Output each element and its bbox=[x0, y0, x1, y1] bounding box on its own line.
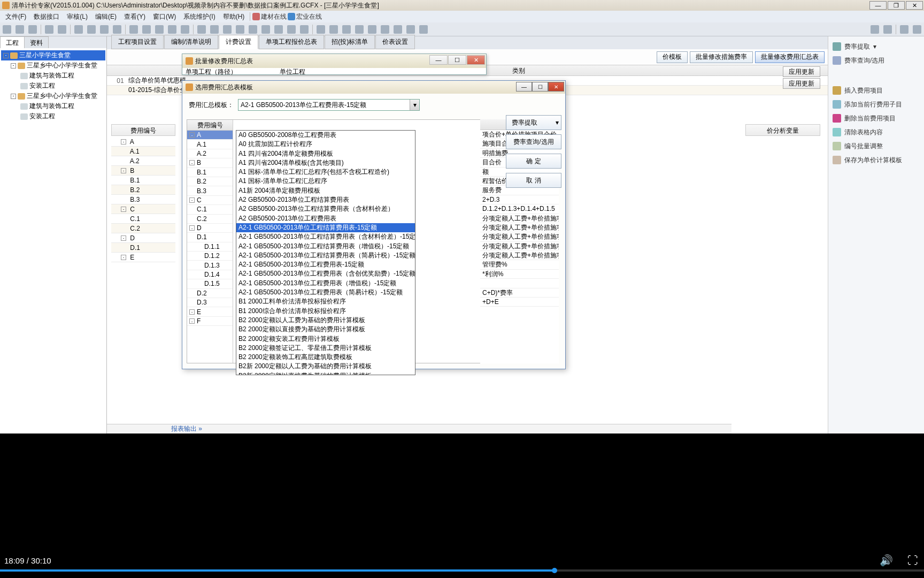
modal-maximize[interactable] bbox=[448, 55, 466, 65]
menu-view[interactable]: 查看(Y) bbox=[121, 11, 149, 22]
bg-fee-row[interactable]: A.2 bbox=[111, 156, 175, 166]
tree-node[interactable]: 建筑与装饰工程 bbox=[1, 71, 105, 81]
volume-icon[interactable]: 🔊 bbox=[880, 554, 892, 566]
tool-g[interactable] bbox=[209, 24, 220, 35]
btn-batch-fee-summary[interactable]: 批量修改费用汇总表 bbox=[755, 51, 825, 63]
rate-extract-button[interactable]: 费率提取 bbox=[506, 115, 561, 130]
bg-fee-row[interactable]: - D bbox=[111, 233, 175, 243]
fee-row[interactable]: -B bbox=[187, 158, 233, 168]
left-tab-project[interactable]: 工程 bbox=[0, 36, 25, 48]
tool-n[interactable] bbox=[298, 24, 310, 35]
bg-fee-row[interactable]: B.3 bbox=[111, 195, 175, 204]
fee-row[interactable]: B.3 bbox=[187, 186, 233, 195]
tool-save[interactable] bbox=[27, 24, 38, 35]
tool-k[interactable] bbox=[260, 24, 272, 35]
dropdown-item[interactable]: B2 2000定额装饰工程高层建筑取费模板 bbox=[236, 353, 415, 362]
tool-m[interactable] bbox=[286, 24, 297, 35]
action-clear-table[interactable]: 清除表格内容 bbox=[830, 125, 922, 139]
dropdown-item[interactable]: B2新 2000定额以人工费为基础的费用计算模板 bbox=[236, 362, 415, 371]
fee-row[interactable]: C.2 bbox=[187, 215, 233, 224]
dropdown-item[interactable]: B2 2000定额签证记工、零星借工费用计算模板 bbox=[236, 344, 415, 353]
dropdown-item[interactable]: B2 2000定额安装工程费用计算模板 bbox=[236, 334, 415, 344]
dropdown-item[interactable]: B1 2000工料单价法清单投标报价程序 bbox=[236, 297, 415, 306]
btn-batch-measure-rate[interactable]: 批量修改措施费率 bbox=[690, 51, 753, 63]
dropdown-item[interactable]: A1 四川省2004清单定额费用模板 bbox=[236, 149, 415, 158]
minimize-button[interactable]: — bbox=[869, 1, 887, 10]
modal-close[interactable]: ✕ bbox=[548, 82, 564, 92]
tool-paste[interactable] bbox=[98, 24, 110, 35]
tool-r3[interactable] bbox=[898, 24, 910, 35]
tree-node[interactable]: -三星乡中心小学学生食堂 bbox=[1, 60, 105, 71]
tree-node[interactable]: 安装工程 bbox=[1, 81, 105, 91]
action-add-sub[interactable]: 添加当前行费用子目 bbox=[830, 97, 922, 111]
tool-new[interactable] bbox=[1, 24, 13, 35]
close-button[interactable]: ✕ bbox=[906, 1, 923, 10]
tool-o6[interactable] bbox=[379, 24, 391, 35]
dropdown-item[interactable]: A2-1 GB50500-2013单位工程结算费用表（增值税）-15定额 bbox=[236, 242, 415, 251]
tab-price-settings[interactable]: 价表设置 bbox=[375, 35, 415, 49]
fee-row[interactable]: D.2 bbox=[187, 289, 233, 298]
action-insert-fee[interactable]: 插入费用项目 bbox=[830, 83, 922, 97]
tab-project-settings[interactable]: 工程项目设置 bbox=[111, 35, 164, 49]
menu-data[interactable]: 数据接口 bbox=[30, 11, 63, 22]
cancel-button[interactable]: 取 消 bbox=[506, 173, 561, 188]
tree-node[interactable]: 建筑与装饰工程 bbox=[1, 101, 105, 111]
tool-b[interactable] bbox=[141, 24, 152, 35]
chevron-down-icon[interactable]: ▾ bbox=[410, 100, 419, 110]
tab-list-desc[interactable]: 编制/清单说明 bbox=[164, 35, 218, 49]
dropdown-item[interactable]: A2-1 GB50500-2013单位工程结算费用表-15定额 bbox=[236, 223, 415, 232]
fee-row[interactable]: B.1 bbox=[187, 168, 233, 177]
tool-e[interactable] bbox=[179, 24, 191, 35]
restore-button[interactable]: ❐ bbox=[888, 1, 905, 10]
dropdown-item[interactable]: B2 2000定额以直接费为基础的费用计算模板 bbox=[236, 325, 415, 334]
bg-fee-row[interactable]: - C bbox=[111, 204, 175, 214]
tool-i[interactable] bbox=[234, 24, 246, 35]
tool-r1[interactable] bbox=[869, 24, 881, 35]
fee-row[interactable]: D.1 bbox=[187, 233, 233, 242]
dropdown-item[interactable]: A1 国标-清单单位工程汇总程序(包括不含税工程造价) bbox=[236, 168, 415, 177]
fee-row[interactable]: -D bbox=[187, 224, 233, 233]
tab-unit-quote[interactable]: 单项工程报价总表 bbox=[259, 35, 324, 49]
tool-r4[interactable] bbox=[911, 24, 923, 35]
menu-file[interactable]: 文件(F) bbox=[2, 11, 29, 22]
action-save-template[interactable]: 保存为单价计算模板 bbox=[830, 153, 922, 167]
bg-fee-row[interactable]: C.2 bbox=[111, 224, 175, 233]
tool-o8[interactable] bbox=[405, 24, 417, 35]
bg-fee-row[interactable]: - B bbox=[111, 166, 175, 176]
action-rate-extract[interactable]: 费率提取 ▾ bbox=[830, 40, 922, 54]
dropdown-item[interactable]: A2 GB50500-2013单位工程结算费用表（含材料价差） bbox=[236, 204, 415, 214]
apply-update-1[interactable]: 应用更新 bbox=[783, 66, 820, 77]
menu-window[interactable]: 窗口(W) bbox=[150, 11, 179, 22]
bg-fee-row[interactable]: B.2 bbox=[111, 185, 175, 195]
tree-node[interactable]: -三星乡中心小学学生食堂 bbox=[1, 91, 105, 101]
fee-row[interactable]: B.2 bbox=[187, 177, 233, 186]
tool-redo[interactable] bbox=[56, 24, 68, 35]
fee-row[interactable]: C.1 bbox=[187, 205, 233, 214]
rate-query-button[interactable]: 费率查询/选用 bbox=[506, 134, 561, 149]
fee-row[interactable]: -A bbox=[187, 131, 233, 140]
menu-audit[interactable]: 审核(L) bbox=[64, 11, 91, 22]
tool-undo[interactable] bbox=[43, 24, 55, 35]
dropdown-item[interactable]: A0 抗震加固工程计价程序 bbox=[236, 140, 415, 149]
ok-button[interactable]: 确 定 bbox=[506, 154, 561, 169]
tool-h[interactable] bbox=[221, 24, 233, 35]
menu-hongye-online[interactable]: 宏业在线 bbox=[288, 12, 322, 21]
dropdown-item[interactable]: A2-1 GB50500-2013单位工程费用表（简易计税）-15定额 bbox=[236, 288, 415, 297]
bg-fee-row[interactable]: - E bbox=[111, 253, 175, 262]
tool-print[interactable] bbox=[111, 24, 123, 35]
fee-row[interactable]: D.1.5 bbox=[187, 279, 233, 288]
dropdown-item[interactable]: B2 2000定额以人工费为基础的费用计算模板 bbox=[236, 316, 415, 325]
fee-row[interactable]: -F bbox=[187, 317, 233, 326]
tool-o4[interactable] bbox=[353, 24, 365, 35]
bg-fee-row[interactable]: A.1 bbox=[111, 147, 175, 156]
bg-fee-row[interactable]: D.1 bbox=[111, 243, 175, 253]
tool-r2[interactable] bbox=[882, 24, 894, 35]
dropdown-item[interactable]: B2新 2000定额以直接费为基础的费用计算模板 bbox=[236, 371, 415, 375]
action-batch-number[interactable]: 编号批量调整 bbox=[830, 139, 922, 153]
fee-row[interactable]: D.1.3 bbox=[187, 261, 233, 270]
menu-system[interactable]: 系统维护(I) bbox=[180, 11, 218, 22]
fee-row[interactable]: -C bbox=[187, 196, 233, 205]
fee-row[interactable]: D.1.4 bbox=[187, 270, 233, 279]
fee-row[interactable]: A.2 bbox=[187, 149, 233, 158]
action-rate-query[interactable]: 费率查询/选用 bbox=[830, 54, 922, 67]
